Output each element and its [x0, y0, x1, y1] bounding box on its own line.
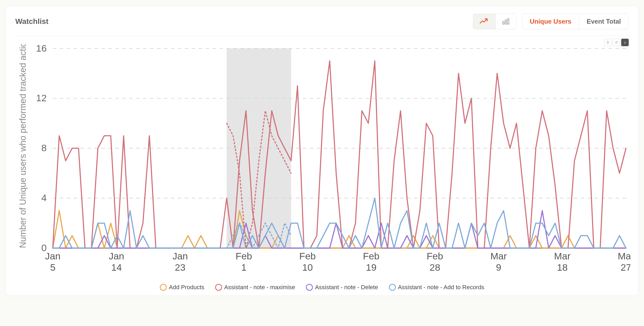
x-tick-label: 5 [50, 262, 56, 273]
line-chart-button[interactable] [473, 14, 495, 29]
x-tick-label: 27 [621, 262, 630, 273]
x-tick-label: 23 [175, 262, 186, 273]
icon-bar [502, 18, 510, 25]
svg-rect-2 [508, 19, 509, 24]
header-controls: Unique UsersEvent Total [473, 14, 629, 29]
x-tick-label: 9 [496, 262, 501, 273]
select-tool-icon[interactable]: ⎀ [621, 39, 629, 46]
legend-label: Add Products [169, 284, 204, 291]
x-tick-label: 1 [241, 262, 247, 273]
legend-add-products[interactable]: Add Products [160, 284, 204, 291]
line-chart[interactable]: 0481216Jan5Jan14Jan23Feb1Feb10Feb19Feb28… [14, 44, 630, 278]
x-tick-label: 14 [111, 262, 122, 273]
card-title: Watchlist [15, 17, 48, 26]
svg-rect-0 [503, 21, 504, 24]
legend-add-to-records[interactable]: Assistant - note - Add to Records [389, 284, 484, 291]
reset-tool-icon[interactable]: ↺ [613, 39, 620, 46]
legend-label: Assistant - note - maximise [224, 284, 295, 291]
metric-toggle: Unique UsersEvent Total [522, 14, 629, 29]
x-tick-label: 10 [302, 262, 313, 273]
bar-chart-button[interactable] [495, 14, 516, 29]
chart-legend: Add ProductsAssistant - note - maximiseA… [14, 278, 630, 293]
chart-container: ⚲↺⎀ 0481216Jan5Jan14Jan23Feb1Feb10Feb19F… [14, 36, 630, 293]
legend-swatch [306, 284, 313, 291]
event-total-button[interactable]: Event Total [579, 14, 628, 29]
y-axis-title: Number of Unique users who performed tra… [18, 44, 28, 248]
zoom-tool-icon[interactable]: ⚲ [604, 39, 612, 46]
y-tick-label: 12 [36, 93, 47, 103]
x-tick-label: Mar [618, 251, 630, 262]
x-tick-label: Feb [299, 251, 316, 262]
y-tick-label: 16 [36, 44, 47, 53]
card-header: Watchlist Unique UsersEvent Total [14, 11, 630, 36]
x-tick-label: Jan [172, 251, 188, 262]
legend-swatch [389, 284, 396, 291]
watchlist-card: Watchlist Unique UsersEvent Total ⚲↺⎀ 04… [5, 5, 639, 296]
x-tick-label: Feb [427, 251, 443, 262]
x-tick-label: Feb [363, 251, 379, 262]
x-tick-label: Mar [554, 251, 570, 262]
x-tick-label: Jan [45, 251, 60, 262]
x-tick-label: Mar [490, 251, 507, 262]
legend-label: Assistant - note - Delete [315, 284, 378, 291]
x-tick-label: Feb [236, 251, 252, 262]
x-tick-label: 18 [557, 262, 568, 273]
icon-trend [480, 18, 489, 25]
legend-swatch [215, 284, 222, 291]
series-maximise[interactable] [53, 61, 626, 248]
chart-type-toggle [473, 14, 517, 29]
y-tick-label: 8 [41, 143, 47, 153]
svg-rect-1 [505, 20, 506, 24]
y-tick-label: 4 [41, 193, 47, 203]
legend-label: Assistant - note - Add to Records [398, 284, 484, 291]
legend-swatch [160, 284, 167, 291]
x-tick-label: 28 [430, 262, 440, 273]
legend-delete[interactable]: Assistant - note - Delete [306, 284, 378, 291]
unique-users-button[interactable]: Unique Users [522, 14, 579, 29]
legend-maximise[interactable]: Assistant - note - maximise [215, 284, 295, 291]
x-tick-label: 19 [366, 262, 377, 273]
chart-tools: ⚲↺⎀ [604, 39, 629, 46]
x-tick-label: Jan [109, 251, 124, 262]
